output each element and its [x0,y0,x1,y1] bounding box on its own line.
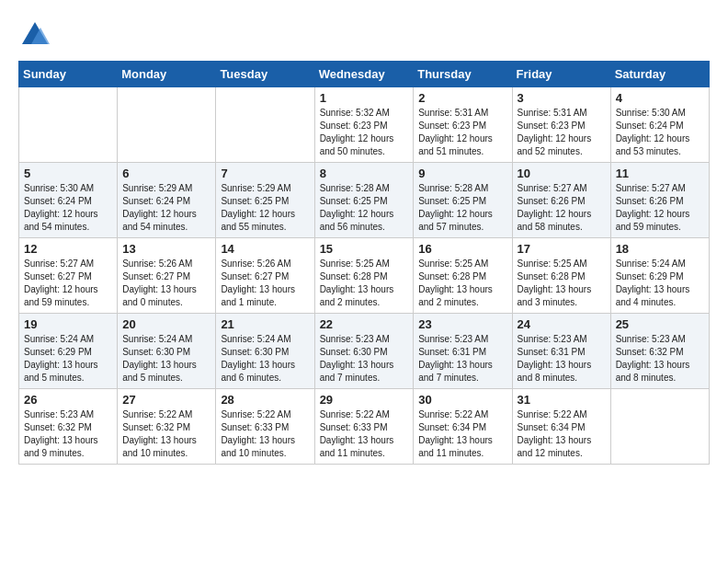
day-info: Sunrise: 5:30 AM Sunset: 6:24 PM Dayligh… [24,182,112,234]
calendar-cell: 21Sunrise: 5:24 AM Sunset: 6:30 PM Dayli… [216,314,314,389]
calendar-cell: 25Sunrise: 5:23 AM Sunset: 6:32 PM Dayli… [610,314,709,389]
calendar-cell: 23Sunrise: 5:23 AM Sunset: 6:31 PM Dayli… [414,314,512,389]
day-info: Sunrise: 5:24 AM Sunset: 6:30 PM Dayligh… [221,333,309,385]
day-info: Sunrise: 5:31 AM Sunset: 6:23 PM Dayligh… [518,107,606,158]
calendar-cell: 7Sunrise: 5:29 AM Sunset: 6:25 PM Daylig… [216,163,314,238]
day-number: 21 [221,317,309,331]
day-number: 9 [418,167,506,180]
day-number: 27 [122,393,210,407]
calendar-cell: 17Sunrise: 5:25 AM Sunset: 6:28 PM Dayli… [512,238,610,314]
day-info: Sunrise: 5:26 AM Sunset: 6:27 PM Dayligh… [122,258,210,309]
calendar-cell: 5Sunrise: 5:30 AM Sunset: 6:24 PM Daylig… [19,163,118,238]
calendar-cell [610,389,709,465]
calendar-cell: 18Sunrise: 5:24 AM Sunset: 6:29 PM Dayli… [610,238,709,314]
calendar-cell [19,87,118,163]
calendar-cell: 30Sunrise: 5:22 AM Sunset: 6:34 PM Dayli… [414,389,512,465]
calendar-cell: 20Sunrise: 5:24 AM Sunset: 6:30 PM Dayli… [118,314,216,389]
day-number: 14 [221,242,309,256]
day-number: 6 [122,167,210,180]
day-number: 19 [24,317,112,331]
calendar-cell: 1Sunrise: 5:32 AM Sunset: 6:23 PM Daylig… [314,87,414,163]
day-number: 13 [122,242,210,256]
day-number: 30 [418,393,506,407]
day-info: Sunrise: 5:28 AM Sunset: 6:25 PM Dayligh… [320,182,409,234]
week-row-1: 1Sunrise: 5:32 AM Sunset: 6:23 PM Daylig… [19,87,710,163]
calendar-cell: 24Sunrise: 5:23 AM Sunset: 6:31 PM Dayli… [512,314,610,389]
day-info: Sunrise: 5:24 AM Sunset: 6:29 PM Dayligh… [616,258,704,309]
day-info: Sunrise: 5:23 AM Sunset: 6:31 PM Dayligh… [518,333,606,385]
logo-icon [18,18,51,52]
calendar-table: SundayMondayTuesdayWednesdayThursdayFrid… [18,61,710,465]
calendar-cell: 9Sunrise: 5:28 AM Sunset: 6:25 PM Daylig… [414,163,512,238]
day-number: 15 [320,242,409,256]
calendar-cell: 10Sunrise: 5:27 AM Sunset: 6:26 PM Dayli… [512,163,610,238]
day-number: 25 [616,317,704,331]
day-number: 17 [518,242,606,256]
day-info: Sunrise: 5:23 AM Sunset: 6:30 PM Dayligh… [320,333,409,385]
calendar-cell: 19Sunrise: 5:24 AM Sunset: 6:29 PM Dayli… [19,314,118,389]
weekday-header-sunday: Sunday [19,62,118,87]
day-number: 1 [320,91,409,105]
day-info: Sunrise: 5:25 AM Sunset: 6:28 PM Dayligh… [518,258,606,309]
calendar-cell: 12Sunrise: 5:27 AM Sunset: 6:27 PM Dayli… [19,238,118,314]
weekday-header-thursday: Thursday [414,62,512,87]
day-info: Sunrise: 5:26 AM Sunset: 6:27 PM Dayligh… [221,258,309,309]
week-row-3: 12Sunrise: 5:27 AM Sunset: 6:27 PM Dayli… [19,238,710,314]
day-number: 20 [122,317,210,331]
day-info: Sunrise: 5:22 AM Sunset: 6:32 PM Dayligh… [122,408,210,460]
week-row-2: 5Sunrise: 5:30 AM Sunset: 6:24 PM Daylig… [19,163,710,238]
weekday-header-saturday: Saturday [610,62,709,87]
calendar-cell: 13Sunrise: 5:26 AM Sunset: 6:27 PM Dayli… [118,238,216,314]
day-info: Sunrise: 5:22 AM Sunset: 6:33 PM Dayligh… [320,408,409,460]
calendar-cell: 2Sunrise: 5:31 AM Sunset: 6:23 PM Daylig… [414,87,512,163]
day-info: Sunrise: 5:30 AM Sunset: 6:24 PM Dayligh… [616,107,704,158]
day-info: Sunrise: 5:27 AM Sunset: 6:26 PM Dayligh… [616,182,704,234]
day-number: 2 [418,91,506,105]
day-number: 31 [518,393,606,407]
day-number: 5 [24,167,112,180]
day-info: Sunrise: 5:23 AM Sunset: 6:32 PM Dayligh… [616,333,704,385]
weekday-header-monday: Monday [118,62,216,87]
calendar-cell: 4Sunrise: 5:30 AM Sunset: 6:24 PM Daylig… [610,87,709,163]
calendar-cell: 27Sunrise: 5:22 AM Sunset: 6:32 PM Dayli… [118,389,216,465]
calendar-cell: 28Sunrise: 5:22 AM Sunset: 6:33 PM Dayli… [216,389,314,465]
calendar-cell: 22Sunrise: 5:23 AM Sunset: 6:30 PM Dayli… [314,314,414,389]
day-number: 8 [320,167,409,180]
weekday-header-tuesday: Tuesday [216,62,314,87]
weekday-header-wednesday: Wednesday [314,62,414,87]
day-info: Sunrise: 5:25 AM Sunset: 6:28 PM Dayligh… [320,258,409,309]
calendar-cell: 8Sunrise: 5:28 AM Sunset: 6:25 PM Daylig… [314,163,414,238]
calendar-cell: 29Sunrise: 5:22 AM Sunset: 6:33 PM Dayli… [314,389,414,465]
week-row-4: 19Sunrise: 5:24 AM Sunset: 6:29 PM Dayli… [19,314,710,389]
calendar-cell: 15Sunrise: 5:25 AM Sunset: 6:28 PM Dayli… [314,238,414,314]
day-info: Sunrise: 5:22 AM Sunset: 6:34 PM Dayligh… [518,408,606,460]
calendar-cell: 26Sunrise: 5:23 AM Sunset: 6:32 PM Dayli… [19,389,118,465]
calendar-cell: 14Sunrise: 5:26 AM Sunset: 6:27 PM Dayli… [216,238,314,314]
calendar-cell: 31Sunrise: 5:22 AM Sunset: 6:34 PM Dayli… [512,389,610,465]
day-info: Sunrise: 5:29 AM Sunset: 6:24 PM Dayligh… [122,182,210,234]
day-info: Sunrise: 5:22 AM Sunset: 6:33 PM Dayligh… [221,408,309,460]
day-info: Sunrise: 5:25 AM Sunset: 6:28 PM Dayligh… [418,258,506,309]
day-number: 3 [518,91,606,105]
calendar-cell: 16Sunrise: 5:25 AM Sunset: 6:28 PM Dayli… [414,238,512,314]
day-number: 11 [616,167,704,180]
calendar-cell [216,87,314,163]
day-number: 16 [418,242,506,256]
day-number: 29 [320,393,409,407]
day-number: 4 [616,91,704,105]
page-header [18,18,710,52]
day-info: Sunrise: 5:31 AM Sunset: 6:23 PM Dayligh… [418,107,506,158]
calendar-cell: 3Sunrise: 5:31 AM Sunset: 6:23 PM Daylig… [512,87,610,163]
day-number: 7 [221,167,309,180]
day-number: 12 [24,242,112,256]
day-info: Sunrise: 5:27 AM Sunset: 6:26 PM Dayligh… [518,182,606,234]
day-info: Sunrise: 5:27 AM Sunset: 6:27 PM Dayligh… [24,258,112,309]
day-info: Sunrise: 5:23 AM Sunset: 6:32 PM Dayligh… [24,408,112,460]
day-info: Sunrise: 5:23 AM Sunset: 6:31 PM Dayligh… [418,333,506,385]
day-info: Sunrise: 5:32 AM Sunset: 6:23 PM Dayligh… [320,107,409,158]
day-info: Sunrise: 5:29 AM Sunset: 6:25 PM Dayligh… [221,182,309,234]
calendar-cell: 11Sunrise: 5:27 AM Sunset: 6:26 PM Dayli… [610,163,709,238]
day-number: 10 [518,167,606,180]
day-number: 24 [518,317,606,331]
calendar-cell: 6Sunrise: 5:29 AM Sunset: 6:24 PM Daylig… [118,163,216,238]
